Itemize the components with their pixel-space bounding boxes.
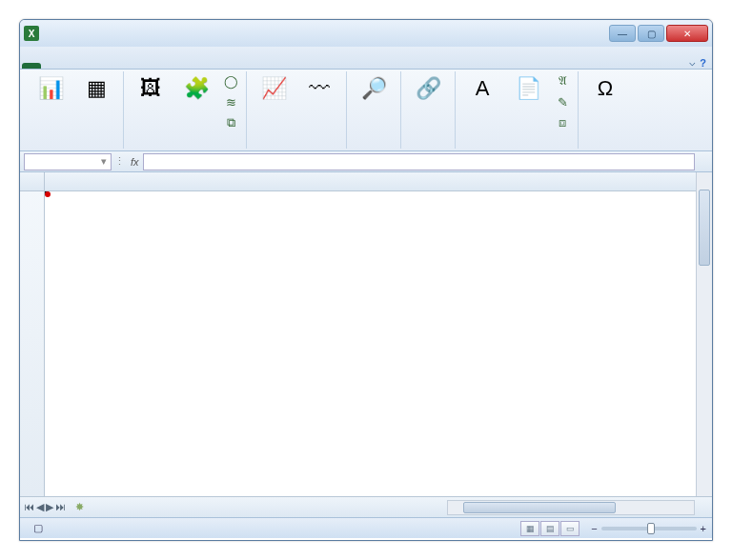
table-button[interactable]: ▦	[75, 71, 117, 108]
sheet-nav-first[interactable]: ⏮	[24, 501, 34, 513]
active-cell-outline	[45, 191, 49, 195]
sigline-button[interactable]: ✎	[553, 92, 572, 111]
spark-icon: 〰	[304, 73, 335, 104]
status-bar: ▢ ▦ ▤ ▭ − +	[20, 517, 712, 538]
quick-access-toolbar: X	[24, 24, 123, 43]
qat-save-button[interactable]	[41, 24, 60, 43]
ribbon: 📊 ▦ 🖼 🧩 ◯ ≋ ⧉ 📈 〰	[20, 70, 712, 151]
group-label	[461, 148, 572, 149]
hyperlink-button[interactable]: 🔗	[407, 71, 449, 108]
zoom-out-button[interactable]: −	[591, 523, 597, 534]
object-button[interactable]: ⧈	[553, 113, 572, 132]
sheet-tabs-bar: ⏮ ◀ ▶ ⏭ ✸	[20, 496, 712, 517]
sparklines-button[interactable]: 〰	[298, 71, 340, 108]
worksheet-area	[20, 172, 712, 496]
zoom-in-button[interactable]: +	[701, 523, 706, 534]
help-icon[interactable]: ?	[700, 57, 706, 69]
fx-icon[interactable]: fx	[131, 156, 139, 168]
clipart-icon: 🧩	[181, 73, 212, 104]
clipart-button[interactable]: 🧩	[175, 71, 217, 108]
view-normal-button[interactable]: ▦	[520, 521, 539, 536]
sheet-nav-last[interactable]: ⏭	[55, 501, 66, 513]
name-box[interactable]: ▾	[24, 153, 112, 170]
pivot-table-button[interactable]: 📊	[30, 71, 71, 108]
vertical-scrollbar[interactable]	[696, 172, 712, 496]
horizontal-scrollbar[interactable]	[447, 500, 695, 515]
ribbon-tabs: ⌵ ?	[20, 47, 712, 70]
table-icon: ▦	[81, 73, 112, 104]
charts-icon: 📈	[258, 73, 289, 104]
symbols-button[interactable]: Ω	[584, 71, 626, 108]
picture-icon: 🖼	[135, 73, 166, 104]
slicer-button[interactable]: 🔎	[353, 71, 395, 108]
link-icon: 🔗	[413, 73, 443, 104]
ribbon-minimize-icon[interactable]: ⌵	[689, 56, 696, 69]
zoom-slider[interactable]	[601, 527, 697, 530]
formula-bar-row: ▾ ⋮ fx	[20, 151, 712, 172]
minimize-button[interactable]: —	[609, 25, 636, 42]
select-all-corner[interactable]	[20, 172, 44, 191]
highlight-ring	[45, 191, 51, 197]
group-label	[584, 137, 626, 149]
textbox-button[interactable]: A	[461, 71, 503, 108]
group-label	[30, 148, 117, 149]
group-label	[353, 148, 395, 149]
macro-record-icon[interactable]: ▢	[33, 522, 43, 534]
scrollbar-thumb[interactable]	[699, 190, 710, 266]
hf-icon: 📄	[513, 73, 543, 104]
pivot-icon: 📊	[35, 73, 66, 104]
header-footer-button[interactable]: 📄	[507, 71, 549, 108]
formula-bar[interactable]	[143, 153, 695, 170]
view-break-button[interactable]: ▭	[560, 521, 580, 536]
wordart-button[interactable]: 𝔄	[553, 71, 572, 90]
group-label	[407, 148, 449, 149]
fx-divider: ⋮	[112, 155, 127, 168]
column-headers	[45, 172, 696, 191]
sheet-nav-prev[interactable]: ◀	[36, 501, 44, 513]
chevron-down-icon: ▾	[101, 155, 107, 168]
group-label	[130, 148, 240, 149]
screenshot-button[interactable]: ⧉	[221, 113, 240, 132]
picture-button[interactable]: 🖼	[130, 71, 172, 108]
new-sheet-button[interactable]: ✸	[70, 499, 90, 515]
file-tab[interactable]	[22, 63, 41, 69]
maximize-button[interactable]: ▢	[638, 25, 664, 42]
sheet-nav-next[interactable]: ▶	[46, 501, 53, 513]
shapes-button[interactable]: ◯	[221, 71, 240, 90]
excel-window: X — ▢ ✕ ⌵ ? 📊 ▦ 🖼	[19, 19, 713, 541]
textbox-icon: A	[467, 73, 498, 104]
window-controls: — ▢ ✕	[609, 25, 708, 42]
smartart-button[interactable]: ≋	[221, 92, 240, 111]
qat-undo-button[interactable]	[62, 24, 81, 43]
row-headers	[20, 172, 45, 496]
slicer-icon: 🔎	[358, 73, 389, 104]
qat-redo-button[interactable]	[83, 24, 102, 43]
scrollbar-thumb[interactable]	[463, 502, 616, 513]
symbol-icon: Ω	[590, 73, 620, 104]
view-layout-button[interactable]: ▤	[540, 521, 559, 536]
close-button[interactable]: ✕	[666, 25, 708, 42]
zoom-thumb[interactable]	[647, 523, 655, 534]
charts-button[interactable]: 📈	[253, 71, 295, 108]
qat-customize-button[interactable]	[104, 24, 123, 43]
group-label	[253, 137, 340, 149]
titlebar: X — ▢ ✕	[20, 20, 712, 47]
excel-icon: X	[24, 26, 39, 41]
